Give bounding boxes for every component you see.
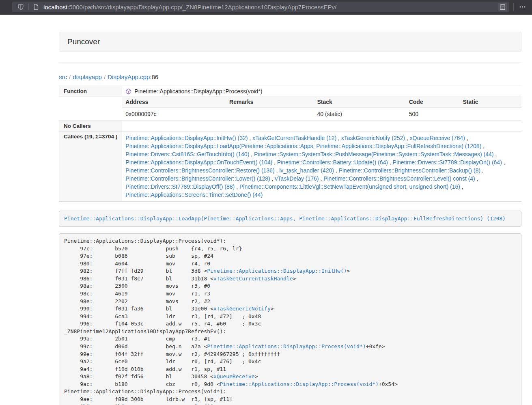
callee-link[interactable]: xQueueReceive (764) — [410, 135, 465, 141]
breadcrumb-link[interactable]: src — [59, 73, 67, 80]
assembly-symbol-link[interactable]: xTaskGenericNotify — [213, 306, 271, 312]
metrics-values-row: 0x0000097c 40 (static) 500 — [122, 107, 521, 121]
callee-link[interactable]: Pinetime::Drivers::Cst816S::GetTouchInfo… — [125, 151, 249, 157]
stack-value: 40 (static) — [314, 107, 405, 121]
breadcrumb-separator: / — [102, 73, 108, 80]
breadcrumb-link[interactable]: DisplayApp.cpp — [108, 73, 150, 80]
breadcrumb: src/displayapp/DisplayApp.cpp:86 — [59, 73, 521, 80]
assembly-symbol-link[interactable]: Pinetime::Applications::DisplayApp::Init… — [207, 268, 347, 274]
callee-link[interactable]: Pinetime::Controllers::BrightnessControl… — [125, 175, 270, 182]
column-header-stack: Stack — [314, 97, 405, 107]
no-callers-value — [122, 121, 521, 131]
assembly-symbol-link[interactable]: Pinetime::Applications::DisplayApp::Proc… — [220, 381, 379, 387]
callees-list: Pinetime::Applications::DisplayApp::Init… — [122, 131, 521, 202]
assembly-block: Pinetime::Applications::DisplayApp::Proc… — [59, 233, 521, 405]
url-path: :5000/path/src/displayapp/DisplayApp.cpp… — [67, 4, 336, 11]
callee-link[interactable]: xTaskGenericNotify (252) — [341, 135, 405, 141]
callee-link[interactable]: Pinetime::Applications::DisplayApp::OnTo… — [125, 159, 272, 166]
callee-link[interactable]: Pinetime::Controllers::BrightnessControl… — [323, 175, 475, 182]
remarks-value — [226, 107, 314, 121]
metrics-row-spacer — [59, 97, 122, 121]
callee-link[interactable]: lv_task_handler (420) — [279, 167, 334, 174]
function-row: Function Pinetime::Applications::Display… — [59, 86, 521, 97]
callee-link[interactable]: Pinetime::System::SystemTask::PushMessag… — [254, 151, 494, 157]
shield-icon[interactable] — [16, 2, 25, 11]
breadcrumb-link[interactable]: displayapp — [73, 73, 102, 80]
highlighted-symbol-box: Pinetime::Applications::DisplayApp::Load… — [59, 211, 521, 227]
metrics-row: Address Remarks Stack Code Static 0x0000… — [59, 97, 521, 121]
breadcrumb-line-number: :86 — [150, 73, 158, 80]
callee-link[interactable]: Pinetime::Applications::DisplayApp::Init… — [125, 135, 248, 141]
function-label: Function — [59, 86, 122, 97]
code-value: 500 — [406, 107, 460, 121]
highlighted-symbol-link[interactable]: Pinetime::Applications::DisplayApp::Load… — [64, 215, 506, 222]
page-icon[interactable] — [32, 2, 40, 11]
callees-row: Callees (19, Σ=3704 ) Pinetime::Applicat… — [59, 131, 521, 202]
reader-mode-icon[interactable] — [498, 3, 507, 11]
app-brand-box: Puncover — [59, 32, 521, 52]
browser-toolbar: localhost:5000/path/src/displayapp/Displ… — [0, 0, 532, 15]
assembly-symbol-link[interactable]: Pinetime::Applications::DisplayApp::Proc… — [207, 343, 366, 349]
callee-link[interactable]: Pinetime::Applications::Screens::Timer::… — [125, 192, 263, 198]
urlbar-divider — [28, 4, 29, 10]
callee-link[interactable]: Pinetime::Controllers::Battery::Update()… — [277, 159, 388, 166]
page-content: Puncover src/displayapp/DisplayApp.cpp:8… — [59, 15, 521, 405]
callee-link[interactable]: Pinetime::Drivers::St7789::DisplayOff() … — [125, 183, 235, 190]
callee-link[interactable]: xTaskGetCurrentTaskHandle (12) — [252, 135, 336, 141]
callee-link[interactable]: vTaskDelay (176) — [275, 175, 319, 182]
callee-link[interactable]: Pinetime::Drivers::St7789::DisplayOn() (… — [393, 159, 502, 166]
callee-link[interactable]: Pinetime::Controllers::BrightnessControl… — [339, 167, 480, 174]
assembly-code: Pinetime::Applications::DisplayApp::Proc… — [64, 238, 398, 405]
column-header-remarks: Remarks — [226, 97, 314, 107]
symbol-cube-icon — [125, 88, 131, 95]
column-header-code: Code — [406, 97, 460, 107]
no-callers-row: No Callers — [59, 121, 521, 131]
url-text: localhost:5000/path/src/displayapp/Displ… — [43, 4, 498, 11]
function-name: Pinetime::Applications::DisplayApp::Proc… — [134, 88, 262, 95]
address-value: 0x0000097c — [122, 107, 226, 121]
horizontal-rule — [59, 62, 521, 63]
metrics-table: Address Remarks Stack Code Static 0x0000… — [122, 97, 521, 121]
column-header-address: Address — [122, 97, 226, 107]
callees-label: Callees (19, Σ=3704 ) — [59, 131, 122, 202]
toolbar-divider — [513, 3, 514, 11]
url-host: localhost — [43, 4, 67, 11]
url-bar[interactable]: localhost:5000/path/src/displayapp/Displ… — [12, 2, 509, 12]
breadcrumb-separator: / — [67, 73, 73, 80]
assembly-symbol-link[interactable]: xQueueReceive — [213, 373, 255, 379]
column-header-static: Static — [460, 97, 522, 107]
symbol-table: Function Pinetime::Applications::Display… — [59, 86, 521, 202]
callee-link[interactable]: Pinetime::Applications::DisplayApp::Load… — [125, 143, 481, 149]
callee-link[interactable]: Pinetime::Controllers::BrightnessControl… — [125, 167, 274, 174]
static-value — [460, 107, 522, 121]
no-callers-label: No Callers — [59, 121, 122, 131]
assembly-symbol-link[interactable]: xTaskGetCurrentTaskHandle — [213, 276, 293, 282]
app-title: Puncover — [67, 37, 100, 46]
menu-dots-icon[interactable] — [518, 2, 527, 11]
callee-link[interactable]: Pinetime::Components::LittleVgl::SetNewT… — [239, 183, 460, 190]
